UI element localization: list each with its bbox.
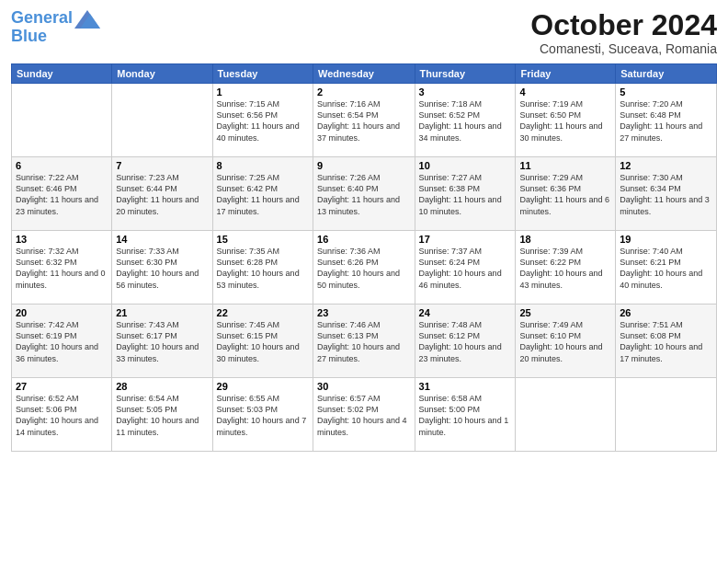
day-cell: 8Sunrise: 7:25 AM Sunset: 6:42 PM Daylig… xyxy=(212,157,313,231)
day-cell: 14Sunrise: 7:33 AM Sunset: 6:30 PM Dayli… xyxy=(112,231,212,304)
day-cell: 21Sunrise: 7:43 AM Sunset: 6:17 PM Dayli… xyxy=(112,304,212,378)
day-detail: Sunrise: 7:39 AM Sunset: 6:22 PM Dayligh… xyxy=(519,246,611,291)
day-number: 18 xyxy=(519,234,611,245)
week-row-0: 1Sunrise: 7:15 AM Sunset: 6:56 PM Daylig… xyxy=(12,84,717,157)
day-detail: Sunrise: 7:37 AM Sunset: 6:24 PM Dayligh… xyxy=(419,246,512,291)
day-detail: Sunrise: 7:43 AM Sunset: 6:17 PM Dayligh… xyxy=(116,319,208,364)
week-row-3: 20Sunrise: 7:42 AM Sunset: 6:19 PM Dayli… xyxy=(12,304,717,378)
month-title: October 2024 xyxy=(530,9,717,41)
day-detail: Sunrise: 7:29 AM Sunset: 6:36 PM Dayligh… xyxy=(519,172,611,217)
day-number: 22 xyxy=(217,307,309,318)
day-number: 24 xyxy=(419,307,512,318)
day-number: 1 xyxy=(217,86,309,98)
day-detail: Sunrise: 7:49 AM Sunset: 6:10 PM Dayligh… xyxy=(519,319,611,364)
day-cell: 13Sunrise: 7:32 AM Sunset: 6:32 PM Dayli… xyxy=(12,231,112,304)
week-row-1: 6Sunrise: 7:22 AM Sunset: 6:46 PM Daylig… xyxy=(12,157,717,231)
day-detail: Sunrise: 7:20 AM Sunset: 6:48 PM Dayligh… xyxy=(620,98,712,144)
day-cell: 26Sunrise: 7:51 AM Sunset: 6:08 PM Dayli… xyxy=(616,304,717,378)
day-detail: Sunrise: 7:40 AM Sunset: 6:21 PM Dayligh… xyxy=(620,246,712,291)
day-cell: 25Sunrise: 7:49 AM Sunset: 6:10 PM Dayli… xyxy=(516,304,616,378)
day-detail: Sunrise: 7:48 AM Sunset: 6:12 PM Dayligh… xyxy=(419,319,512,364)
logo-general: General xyxy=(11,8,73,27)
day-cell: 15Sunrise: 7:35 AM Sunset: 6:28 PM Dayli… xyxy=(212,231,313,304)
logo-icon xyxy=(74,10,100,30)
day-cell: 30Sunrise: 6:57 AM Sunset: 5:02 PM Dayli… xyxy=(313,378,415,452)
day-cell: 2Sunrise: 7:16 AM Sunset: 6:54 PM Daylig… xyxy=(313,84,415,157)
day-number: 10 xyxy=(419,160,512,171)
day-cell xyxy=(12,84,112,157)
day-number: 9 xyxy=(317,160,411,171)
th-wednesday: Wednesday xyxy=(313,64,415,84)
day-number: 30 xyxy=(317,381,411,392)
day-number: 14 xyxy=(116,234,208,245)
page-container: General Blue October 2024 Comanesti, Suc… xyxy=(0,0,728,459)
logo: General Blue xyxy=(11,9,100,46)
week-row-2: 13Sunrise: 7:32 AM Sunset: 6:32 PM Dayli… xyxy=(12,231,717,304)
day-cell: 19Sunrise: 7:40 AM Sunset: 6:21 PM Dayli… xyxy=(616,231,717,304)
day-number: 2 xyxy=(317,86,411,98)
day-number: 25 xyxy=(519,307,611,318)
week-row-4: 27Sunrise: 6:52 AM Sunset: 5:06 PM Dayli… xyxy=(12,378,717,452)
day-cell: 5Sunrise: 7:20 AM Sunset: 6:48 PM Daylig… xyxy=(616,84,717,157)
day-cell: 10Sunrise: 7:27 AM Sunset: 6:38 PM Dayli… xyxy=(415,157,516,231)
day-cell: 18Sunrise: 7:39 AM Sunset: 6:22 PM Dayli… xyxy=(516,231,616,304)
day-cell: 16Sunrise: 7:36 AM Sunset: 6:26 PM Dayli… xyxy=(313,231,415,304)
day-number: 23 xyxy=(317,307,411,318)
day-detail: Sunrise: 7:51 AM Sunset: 6:08 PM Dayligh… xyxy=(620,319,712,364)
day-cell: 31Sunrise: 6:58 AM Sunset: 5:00 PM Dayli… xyxy=(415,378,516,452)
day-number: 3 xyxy=(419,86,512,98)
th-saturday: Saturday xyxy=(616,64,717,84)
day-detail: Sunrise: 7:25 AM Sunset: 6:42 PM Dayligh… xyxy=(217,172,309,217)
day-number: 11 xyxy=(519,160,611,171)
th-sunday: Sunday xyxy=(12,64,112,84)
day-cell: 4Sunrise: 7:19 AM Sunset: 6:50 PM Daylig… xyxy=(516,84,616,157)
day-number: 4 xyxy=(519,86,611,98)
day-cell: 12Sunrise: 7:30 AM Sunset: 6:34 PM Dayli… xyxy=(616,157,717,231)
day-detail: Sunrise: 7:32 AM Sunset: 6:32 PM Dayligh… xyxy=(16,246,108,291)
th-friday: Friday xyxy=(516,64,616,84)
calendar-table: Sunday Monday Tuesday Wednesday Thursday… xyxy=(11,63,717,452)
day-detail: Sunrise: 6:54 AM Sunset: 5:05 PM Dayligh… xyxy=(116,393,208,438)
day-number: 31 xyxy=(419,381,512,392)
day-cell: 22Sunrise: 7:45 AM Sunset: 6:15 PM Dayli… xyxy=(212,304,313,378)
day-number: 19 xyxy=(620,234,712,245)
header-row: Sunday Monday Tuesday Wednesday Thursday… xyxy=(12,64,717,84)
header: General Blue October 2024 Comanesti, Suc… xyxy=(11,9,717,56)
day-cell: 24Sunrise: 7:48 AM Sunset: 6:12 PM Dayli… xyxy=(415,304,516,378)
day-cell: 3Sunrise: 7:18 AM Sunset: 6:52 PM Daylig… xyxy=(415,84,516,157)
day-number: 27 xyxy=(16,381,108,392)
day-detail: Sunrise: 7:16 AM Sunset: 6:54 PM Dayligh… xyxy=(317,98,411,144)
day-detail: Sunrise: 7:23 AM Sunset: 6:44 PM Dayligh… xyxy=(116,172,208,217)
day-detail: Sunrise: 7:33 AM Sunset: 6:30 PM Dayligh… xyxy=(116,246,208,291)
day-cell xyxy=(516,378,616,452)
day-cell xyxy=(616,378,717,452)
day-number: 13 xyxy=(16,234,108,245)
day-number: 28 xyxy=(116,381,208,392)
logo-blue: Blue xyxy=(11,27,47,45)
day-number: 17 xyxy=(419,234,512,245)
day-number: 15 xyxy=(217,234,309,245)
day-number: 26 xyxy=(620,307,712,318)
day-number: 20 xyxy=(16,307,108,318)
day-number: 16 xyxy=(317,234,411,245)
day-detail: Sunrise: 6:58 AM Sunset: 5:00 PM Dayligh… xyxy=(419,393,512,438)
day-cell: 28Sunrise: 6:54 AM Sunset: 5:05 PM Dayli… xyxy=(112,378,212,452)
day-detail: Sunrise: 7:30 AM Sunset: 6:34 PM Dayligh… xyxy=(620,172,712,217)
day-number: 29 xyxy=(217,381,309,392)
day-cell xyxy=(112,84,212,157)
day-cell: 23Sunrise: 7:46 AM Sunset: 6:13 PM Dayli… xyxy=(313,304,415,378)
th-thursday: Thursday xyxy=(415,64,516,84)
day-number: 5 xyxy=(620,86,712,98)
day-cell: 29Sunrise: 6:55 AM Sunset: 5:03 PM Dayli… xyxy=(212,378,313,452)
day-number: 6 xyxy=(16,160,108,171)
day-detail: Sunrise: 7:36 AM Sunset: 6:26 PM Dayligh… xyxy=(317,246,411,291)
day-detail: Sunrise: 7:46 AM Sunset: 6:13 PM Dayligh… xyxy=(317,319,411,364)
day-number: 21 xyxy=(116,307,208,318)
day-detail: Sunrise: 7:18 AM Sunset: 6:52 PM Dayligh… xyxy=(419,98,512,144)
day-cell: 20Sunrise: 7:42 AM Sunset: 6:19 PM Dayli… xyxy=(12,304,112,378)
day-detail: Sunrise: 6:57 AM Sunset: 5:02 PM Dayligh… xyxy=(317,393,411,438)
th-tuesday: Tuesday xyxy=(212,64,313,84)
day-detail: Sunrise: 7:19 AM Sunset: 6:50 PM Dayligh… xyxy=(519,98,611,144)
subtitle: Comanesti, Suceava, Romania xyxy=(530,41,717,56)
day-detail: Sunrise: 7:45 AM Sunset: 6:15 PM Dayligh… xyxy=(217,319,309,364)
